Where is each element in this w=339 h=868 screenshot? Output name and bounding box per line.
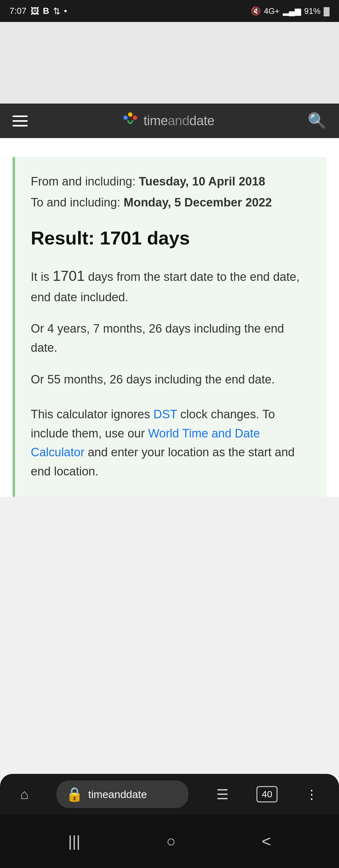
dot-icon: • [64,6,67,16]
logo[interactable]: timeanddate [121,112,214,130]
recent-apps-gesture[interactable]: ||| [68,832,80,850]
from-date: Tuesday, 10 April 2018 [139,175,265,188]
hamburger-line-3 [12,125,28,126]
years-months-sentence: Or 4 years, 7 months, 26 days including … [31,319,311,358]
back-gesture[interactable]: < [262,832,271,850]
hamburger-line-1 [12,116,28,117]
nav-header: timeanddate 🔍 [0,103,339,138]
tab-count-number: 40 [262,789,272,799]
svg-point-1 [128,112,132,117]
home-gesture[interactable]: ○ [166,832,176,850]
home-icon[interactable]: ⌂ [21,786,29,802]
battery-label: 91% [304,6,320,16]
days-sentence: It is 1701 days from the start date to t… [31,265,311,307]
url-pill[interactable]: 🔒 timeanddate [57,780,188,808]
from-label: From and including: [31,175,139,188]
logo-time: time [144,113,167,128]
logo-date: date [189,113,214,128]
lock-icon: 🔒 [66,786,83,802]
to-line: To and including: Monday, 5 December 202… [31,194,311,212]
from-line: From and including: Tuesday, 10 April 20… [31,173,311,190]
logo-icon [121,112,140,130]
ad-banner [0,22,339,103]
status-left: 7:07 🖼 B ⇅ • [9,6,67,16]
result-heading: Result: 1701 days [31,227,311,249]
b-icon: B [43,6,49,16]
months-sentence: Or 55 months, 26 days including the end … [31,370,311,389]
search-icon[interactable]: 🔍 [308,112,327,130]
to-date: Monday, 5 December 2022 [124,196,272,209]
status-right: 🔇 4G+ ▂▄▆ 91% ▓ [251,6,330,16]
content-area: From and including: Tuesday, 10 April 20… [0,138,339,497]
hamburger-line-2 [12,120,28,122]
days-number: 1701 [53,268,85,284]
cast-icon: ⇅ [53,6,60,16]
hamburger-menu[interactable] [12,116,28,126]
signal-bars-icon: ▂▄▆ [283,6,301,16]
dst-text-before: This calculator ignores [31,408,153,421]
logo-and: and [168,113,190,128]
svg-point-2 [133,116,137,120]
svg-point-0 [123,116,128,120]
photo-icon: 🖼 [30,6,39,16]
status-bar: 7:07 🖼 B ⇅ • 🔇 4G+ ▂▄▆ 91% ▓ [0,0,339,22]
time-display: 7:07 [9,6,27,16]
more-options-icon[interactable]: ⋮ [305,787,318,802]
signal-label: 4G+ [264,6,280,16]
dst-link[interactable]: DST [153,408,177,421]
battery-icon: ▓ [323,6,330,16]
tab-menu-icon[interactable]: ☰ [216,786,228,802]
dst-note: This calculator ignores DST clock change… [31,405,311,481]
to-label: To and including: [31,196,124,209]
result-card: From and including: Tuesday, 10 April 20… [12,157,327,497]
tab-count[interactable]: 40 [256,786,277,802]
mute-icon: 🔇 [251,6,261,16]
logo-text: timeanddate [144,113,214,128]
bottom-gestures: ||| ○ < [0,815,339,868]
browser-bar: ⌂ 🔒 timeanddate ☰ 40 ⋮ [0,774,339,815]
url-text: timeanddate [88,788,147,801]
